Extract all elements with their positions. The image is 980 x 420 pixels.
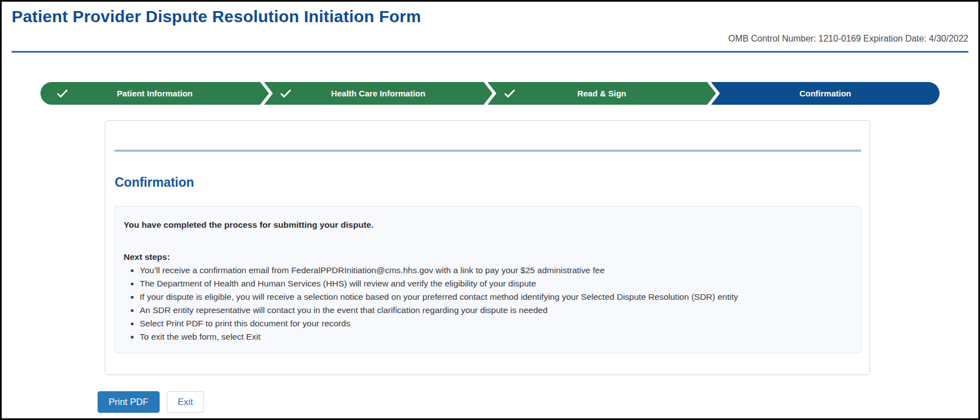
page-title: Patient Provider Dispute Resolution Init…: [12, 7, 968, 26]
card-top-spacer: [114, 121, 861, 150]
progress-stepper: Patient Information Health Care Informat…: [40, 82, 940, 105]
check-icon: [57, 89, 68, 98]
action-buttons: Print PDF Exit: [98, 391, 978, 413]
step-label: Read & Sign: [577, 89, 626, 98]
step-label: Confirmation: [799, 89, 851, 98]
section-heading: Confirmation: [115, 175, 861, 190]
accent-line: [114, 150, 861, 152]
step-label: Patient Information: [117, 89, 193, 98]
step-patient-information: Patient Information: [40, 82, 269, 105]
next-step-item: To exit the web form, select Exit: [140, 332, 852, 341]
check-icon: [504, 89, 515, 98]
step-health-care-information: Health Care Information: [264, 82, 492, 105]
check-icon: [280, 89, 291, 98]
confirmation-card: Confirmation You have completed the proc…: [105, 120, 870, 375]
omb-control-text: OMB Control Number: 1210-0169 Expiration…: [12, 34, 968, 44]
next-steps-label: Next steps:: [124, 252, 852, 262]
header-divider: [12, 51, 968, 53]
next-step-item: The Department of Health and Human Servi…: [140, 279, 852, 288]
next-step-item: An SDR entity representative will contac…: [140, 305, 852, 315]
next-steps-list: You’ll receive a confirmation email from…: [124, 265, 852, 341]
exit-button[interactable]: Exit: [167, 391, 205, 413]
completion-message: You have completed the process for submi…: [124, 220, 852, 230]
next-step-item: If your dispute is eligible, you will re…: [140, 292, 852, 301]
page-header: Patient Provider Dispute Resolution Init…: [2, 2, 978, 44]
step-read-and-sign: Read & Sign: [488, 82, 716, 105]
step-label: Health Care Information: [331, 89, 425, 98]
print-pdf-button[interactable]: Print PDF: [98, 391, 160, 413]
next-step-item: You’ll receive a confirmation email from…: [140, 265, 852, 275]
step-confirmation: Confirmation: [711, 82, 940, 105]
confirmation-info-box: You have completed the process for submi…: [114, 206, 861, 354]
next-step-item: Select Print PDF to print this document …: [140, 319, 852, 328]
